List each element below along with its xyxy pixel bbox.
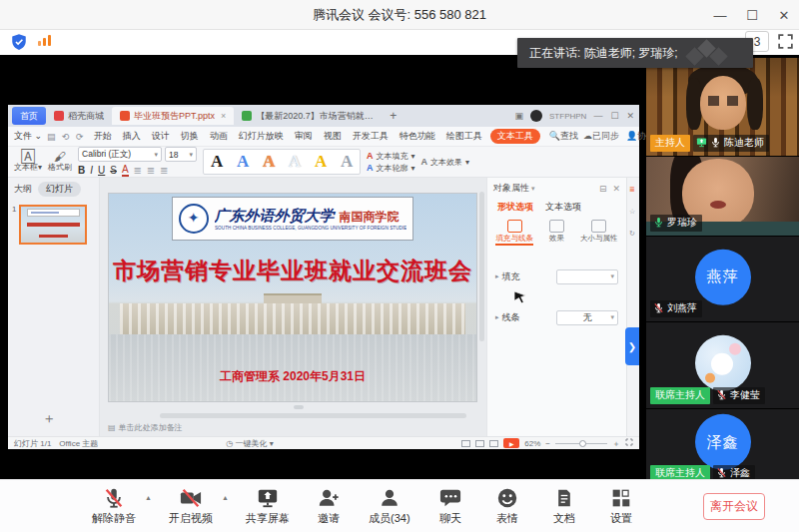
- text-fill-button[interactable]: A文本填充▾: [367, 151, 415, 162]
- wps-new-tab-button[interactable]: +: [390, 109, 397, 123]
- video-tile-zexin[interactable]: 泽鑫 联席主持人 泽鑫: [646, 409, 799, 479]
- effects-section[interactable]: 效果: [535, 220, 577, 244]
- wps-menu-view[interactable]: 视图: [321, 129, 345, 144]
- wps-close-icon[interactable]: ✕: [626, 111, 634, 121]
- wps-menu-devtools[interactable]: 开发工具: [350, 129, 392, 144]
- star-icon[interactable]: ☆: [629, 208, 635, 216]
- start-video-button[interactable]: 开启视频: [165, 486, 217, 526]
- slide-canvas[interactable]: 广东外语外贸大学 南国商学院 SOUTH CHINA BUSINESS COLL…: [109, 194, 476, 401]
- invite-button[interactable]: 邀请: [307, 486, 351, 526]
- wps-minimize-icon[interactable]: —: [593, 111, 602, 121]
- wps-menu-drawtools[interactable]: 绘图工具: [443, 129, 485, 144]
- sorter-view-icon[interactable]: [475, 440, 484, 447]
- alignment-buttons[interactable]: ≣ ≣ ≣: [134, 165, 170, 176]
- wps-gallery-icon[interactable]: ▣: [515, 111, 524, 121]
- video-tile-luoruizhen[interactable]: 罗瑞珍: [646, 157, 799, 236]
- slide-thumbnail-image[interactable]: [19, 205, 87, 245]
- size-props-section[interactable]: 大小与属性: [578, 220, 620, 244]
- font-color-button[interactable]: A: [122, 164, 129, 177]
- strike-button[interactable]: S: [110, 165, 117, 176]
- video-tile-lijianying[interactable]: 联席主持人 李健莹: [646, 322, 799, 408]
- members-button[interactable]: 成员(34): [364, 486, 415, 526]
- font-size-select[interactable]: 18▾: [165, 147, 197, 162]
- wps-account-avatar[interactable]: [530, 110, 542, 122]
- wps-menu-slideshow[interactable]: 幻灯片放映: [236, 129, 287, 144]
- play-slideshow-button[interactable]: ▶: [503, 438, 519, 448]
- slide-thumbnail-1[interactable]: 1: [12, 205, 95, 245]
- beautify-button[interactable]: ◷ 一键美化 ▾: [226, 438, 273, 449]
- new-slide-button[interactable]: ＋: [42, 410, 56, 428]
- network-signal-icon[interactable]: [38, 35, 51, 46]
- zoom-level[interactable]: 62%: [524, 439, 540, 448]
- text-effect-button[interactable]: A文本效果▾: [421, 157, 470, 168]
- notes-area[interactable]: ▤单击此处添加备注: [108, 422, 183, 433]
- close-button[interactable]: ✕: [775, 8, 793, 23]
- fill-line-section[interactable]: 填充与线条: [493, 220, 535, 244]
- wps-quick-access-icons[interactable]: ▤ ⟲ ⟳: [47, 132, 86, 142]
- wps-document-tab-pptx[interactable]: 毕业班预告PPT.pptx×: [112, 107, 234, 125]
- format-painter-button[interactable]: 🖌格式刷: [48, 151, 72, 173]
- zoom-out-button[interactable]: −: [545, 439, 550, 448]
- tab-close-icon[interactable]: ×: [221, 111, 226, 121]
- wps-sync-status[interactable]: ☁已同步: [583, 130, 619, 143]
- text-outline-button[interactable]: A文本轮廓▾: [367, 163, 415, 174]
- wps-menu-transition[interactable]: 切换: [178, 129, 202, 144]
- wps-menu-design[interactable]: 设计: [149, 129, 173, 144]
- chat-button[interactable]: 聊天: [428, 486, 472, 526]
- props-pin-icon[interactable]: ⊟: [599, 184, 607, 194]
- fullscreen-icon[interactable]: [777, 33, 794, 54]
- vertical-scrollbar[interactable]: [479, 192, 484, 341]
- video-options-caret[interactable]: ▲: [222, 494, 229, 501]
- zoom-in-button[interactable]: ＋: [612, 438, 620, 449]
- emoji-button[interactable]: 表情: [485, 486, 529, 526]
- zoom-slider[interactable]: [555, 443, 607, 444]
- props-close-icon[interactable]: ✕: [612, 184, 620, 194]
- font-name-select[interactable]: Calibri (正文)▾: [78, 147, 162, 162]
- props-strip-icon[interactable]: ≣: [629, 186, 635, 194]
- wps-menu-insert[interactable]: 插入: [120, 129, 144, 144]
- text-options-tab[interactable]: 文本选项: [545, 201, 581, 214]
- zoom-slider-knob[interactable]: [579, 440, 586, 447]
- wps-menu-features[interactable]: 特色功能: [397, 129, 438, 144]
- unmute-button[interactable]: 解除静音: [88, 486, 140, 526]
- outline-tab[interactable]: 大纲: [14, 183, 32, 196]
- wps-menu-animation[interactable]: 动画: [207, 129, 231, 144]
- italic-button[interactable]: I: [90, 165, 93, 176]
- wps-document-tab-doc2[interactable]: 【最新2020.7】市场营销就业计划书: [234, 107, 384, 125]
- wps-menu-texttools[interactable]: 文本工具: [490, 129, 540, 144]
- meeting-info-shield-icon[interactable]: [10, 33, 28, 55]
- fill-dropdown[interactable]: ▾: [556, 269, 618, 284]
- wps-find-button[interactable]: 🔍查找: [549, 130, 578, 143]
- docs-button[interactable]: 文档: [542, 486, 586, 526]
- wps-maximize-icon[interactable]: ☐: [610, 111, 618, 121]
- share-screen-icon: [257, 486, 279, 510]
- wps-file-menu[interactable]: 文件 ⌄: [14, 130, 42, 143]
- history-icon[interactable]: ↻: [629, 230, 635, 238]
- wordart-gallery[interactable]: A A A A A A: [203, 149, 361, 175]
- shape-options-tab[interactable]: 形状选项: [497, 201, 533, 214]
- normal-view-icon[interactable]: [461, 440, 470, 447]
- wps-menu-review[interactable]: 审阅: [292, 129, 316, 144]
- leave-meeting-button[interactable]: 离开会议: [703, 493, 765, 520]
- mute-options-caret[interactable]: ▲: [145, 494, 152, 501]
- video-tile-liuyanping[interactable]: 燕萍 刘燕萍: [646, 237, 799, 321]
- video-tile-chendi[interactable]: 主持人 陈迪老师: [646, 58, 799, 156]
- settings-button[interactable]: 设置: [599, 486, 643, 526]
- wps-home-tab[interactable]: 首页: [12, 107, 46, 125]
- horizontal-scrollbar[interactable]: [160, 413, 466, 418]
- line-dropdown[interactable]: 无▾: [556, 310, 618, 325]
- university-name-english: SOUTH CHINA BUSINESS COLLEGE, GUANGDONG …: [215, 226, 365, 231]
- wps-store-tab[interactable]: 稻壳商城: [46, 107, 112, 125]
- wps-fullscreen-icon[interactable]: [625, 438, 633, 448]
- share-screen-button[interactable]: 共享屏幕: [242, 486, 294, 526]
- maximize-button[interactable]: ☐: [743, 8, 761, 23]
- slides-tab[interactable]: 幻灯片: [38, 182, 81, 197]
- bold-button[interactable]: B: [78, 165, 85, 176]
- minimize-button[interactable]: —: [711, 8, 729, 23]
- notes-splitter[interactable]: [294, 405, 304, 409]
- read-view-icon[interactable]: [489, 440, 498, 447]
- textbox-button[interactable]: 🄰文本框▾: [14, 151, 42, 173]
- expand-panel-chevron[interactable]: ❯: [625, 327, 639, 365]
- wps-menu-start[interactable]: 开始: [91, 129, 115, 144]
- underline-button[interactable]: U: [98, 165, 105, 176]
